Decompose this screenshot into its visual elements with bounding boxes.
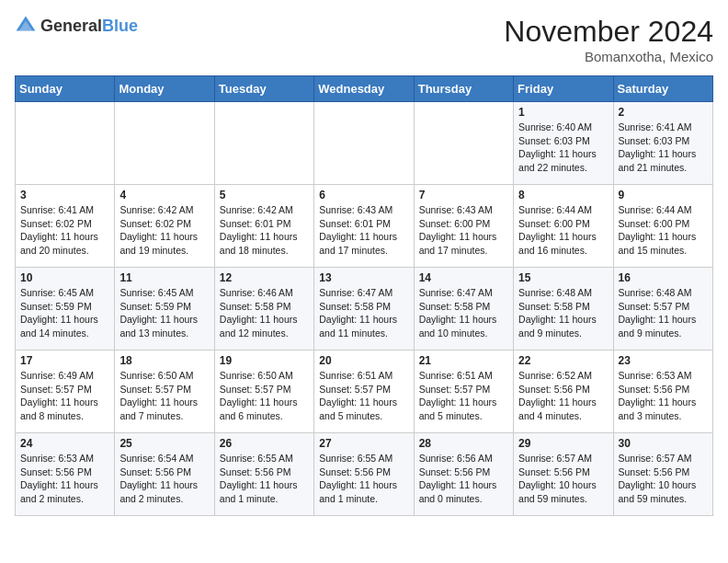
day-number: 3 (20, 189, 109, 201)
day-number: 28 (419, 437, 508, 450)
day-info: Sunrise: 6:49 AM Sunset: 5:57 PM Dayligh… (20, 369, 109, 423)
day-number: 29 (518, 437, 608, 450)
calendar-table: SundayMondayTuesdayWednesdayThursdayFrid… (15, 75, 713, 516)
calendar-cell: 26Sunrise: 6:55 AM Sunset: 5:56 PM Dayli… (214, 433, 313, 516)
day-info: Sunrise: 6:51 AM Sunset: 5:57 PM Dayligh… (319, 369, 408, 423)
calendar-cell: 21Sunrise: 6:51 AM Sunset: 5:57 PM Dayli… (414, 350, 513, 433)
month-title: November 2024 (504, 15, 713, 49)
day-info: Sunrise: 6:40 AM Sunset: 6:03 PM Dayligh… (518, 121, 608, 175)
logo-blue: Blue (102, 17, 138, 35)
day-info: Sunrise: 6:43 AM Sunset: 6:00 PM Dayligh… (419, 203, 508, 258)
day-number: 21 (419, 354, 508, 367)
day-info: Sunrise: 6:44 AM Sunset: 6:00 PM Dayligh… (518, 203, 608, 258)
weekday-header-monday: Monday (115, 76, 214, 102)
weekday-header-sunday: Sunday (16, 76, 115, 102)
calendar-cell: 13Sunrise: 6:47 AM Sunset: 5:58 PM Dayli… (314, 268, 414, 350)
page-header: GeneralBlue November 2024 Bomanxotha, Me… (15, 15, 713, 64)
day-number: 11 (119, 271, 209, 284)
day-info: Sunrise: 6:46 AM Sunset: 5:58 PM Dayligh… (220, 286, 309, 340)
calendar-cell: 5Sunrise: 6:42 AM Sunset: 6:01 PM Daylig… (214, 185, 313, 268)
day-info: Sunrise: 6:47 AM Sunset: 5:58 PM Dayligh… (419, 286, 508, 340)
day-info: Sunrise: 6:56 AM Sunset: 5:56 PM Dayligh… (419, 452, 508, 506)
day-number: 5 (220, 189, 309, 201)
calendar-cell: 3Sunrise: 6:41 AM Sunset: 6:02 PM Daylig… (16, 185, 115, 268)
week-row-1: 1Sunrise: 6:40 AM Sunset: 6:03 PM Daylig… (16, 102, 713, 185)
calendar-cell: 15Sunrise: 6:48 AM Sunset: 5:58 PM Dayli… (514, 268, 613, 350)
calendar-cell: 19Sunrise: 6:50 AM Sunset: 5:57 PM Dayli… (214, 350, 313, 433)
day-number: 14 (419, 271, 508, 284)
day-number: 9 (619, 189, 708, 201)
day-number: 23 (619, 354, 708, 367)
day-info: Sunrise: 6:45 AM Sunset: 5:59 PM Dayligh… (119, 286, 209, 340)
day-number: 8 (518, 189, 608, 201)
day-info: Sunrise: 6:44 AM Sunset: 6:00 PM Dayligh… (619, 203, 708, 258)
week-row-4: 17Sunrise: 6:49 AM Sunset: 5:57 PM Dayli… (16, 350, 713, 433)
day-number: 6 (319, 189, 408, 201)
weekday-header-wednesday: Wednesday (314, 76, 414, 102)
day-info: Sunrise: 6:53 AM Sunset: 5:56 PM Dayligh… (20, 452, 109, 506)
day-number: 22 (518, 354, 608, 367)
calendar-cell (414, 102, 513, 185)
day-number: 27 (319, 437, 408, 450)
calendar-cell: 24Sunrise: 6:53 AM Sunset: 5:56 PM Dayli… (16, 433, 115, 516)
day-info: Sunrise: 6:53 AM Sunset: 5:56 PM Dayligh… (619, 369, 708, 423)
day-number: 13 (319, 271, 408, 284)
day-number: 25 (119, 437, 209, 450)
logo: GeneralBlue (15, 15, 138, 37)
day-info: Sunrise: 6:45 AM Sunset: 5:59 PM Dayligh… (20, 286, 109, 340)
calendar-cell: 16Sunrise: 6:48 AM Sunset: 5:57 PM Dayli… (613, 268, 712, 350)
weekday-header-tuesday: Tuesday (214, 76, 313, 102)
day-info: Sunrise: 6:47 AM Sunset: 5:58 PM Dayligh… (319, 286, 408, 340)
calendar-cell: 23Sunrise: 6:53 AM Sunset: 5:56 PM Dayli… (613, 350, 712, 433)
day-info: Sunrise: 6:41 AM Sunset: 6:03 PM Dayligh… (619, 121, 708, 175)
calendar-cell: 2Sunrise: 6:41 AM Sunset: 6:03 PM Daylig… (613, 102, 712, 185)
calendar-cell: 20Sunrise: 6:51 AM Sunset: 5:57 PM Dayli… (314, 350, 414, 433)
calendar-cell: 27Sunrise: 6:55 AM Sunset: 5:56 PM Dayli… (314, 433, 414, 516)
logo-icon (15, 15, 37, 37)
calendar-cell: 17Sunrise: 6:49 AM Sunset: 5:57 PM Dayli… (16, 350, 115, 433)
calendar-cell (214, 102, 313, 185)
day-number: 15 (518, 271, 608, 284)
day-info: Sunrise: 6:41 AM Sunset: 6:02 PM Dayligh… (20, 203, 109, 258)
calendar-cell: 14Sunrise: 6:47 AM Sunset: 5:58 PM Dayli… (414, 268, 513, 350)
day-info: Sunrise: 6:50 AM Sunset: 5:57 PM Dayligh… (119, 369, 209, 423)
day-number: 17 (20, 354, 109, 367)
day-number: 4 (119, 189, 209, 201)
calendar-cell: 11Sunrise: 6:45 AM Sunset: 5:59 PM Dayli… (115, 268, 214, 350)
day-info: Sunrise: 6:48 AM Sunset: 5:58 PM Dayligh… (518, 286, 608, 340)
calendar-body: 1Sunrise: 6:40 AM Sunset: 6:03 PM Daylig… (16, 102, 713, 516)
calendar-cell: 10Sunrise: 6:45 AM Sunset: 5:59 PM Dayli… (16, 268, 115, 350)
day-info: Sunrise: 6:57 AM Sunset: 5:56 PM Dayligh… (619, 452, 708, 506)
calendar-cell: 29Sunrise: 6:57 AM Sunset: 5:56 PM Dayli… (514, 433, 613, 516)
day-info: Sunrise: 6:52 AM Sunset: 5:56 PM Dayligh… (518, 369, 608, 423)
day-number: 19 (220, 354, 309, 367)
calendar-cell: 9Sunrise: 6:44 AM Sunset: 6:00 PM Daylig… (613, 185, 712, 268)
calendar-cell: 8Sunrise: 6:44 AM Sunset: 6:00 PM Daylig… (514, 185, 613, 268)
calendar-cell: 22Sunrise: 6:52 AM Sunset: 5:56 PM Dayli… (514, 350, 613, 433)
week-row-3: 10Sunrise: 6:45 AM Sunset: 5:59 PM Dayli… (16, 268, 713, 350)
day-info: Sunrise: 6:42 AM Sunset: 6:01 PM Dayligh… (220, 203, 309, 258)
day-number: 16 (619, 271, 708, 284)
calendar-cell: 18Sunrise: 6:50 AM Sunset: 5:57 PM Dayli… (115, 350, 214, 433)
weekday-header-saturday: Saturday (613, 76, 712, 102)
calendar-cell (314, 102, 414, 185)
calendar-cell: 6Sunrise: 6:43 AM Sunset: 6:01 PM Daylig… (314, 185, 414, 268)
day-number: 18 (119, 354, 209, 367)
title-block: November 2024 Bomanxotha, Mexico (504, 15, 713, 64)
day-number: 26 (220, 437, 309, 450)
day-info: Sunrise: 6:55 AM Sunset: 5:56 PM Dayligh… (220, 452, 309, 506)
day-info: Sunrise: 6:57 AM Sunset: 5:56 PM Dayligh… (518, 452, 608, 506)
calendar-cell: 7Sunrise: 6:43 AM Sunset: 6:00 PM Daylig… (414, 185, 513, 268)
calendar-cell: 30Sunrise: 6:57 AM Sunset: 5:56 PM Dayli… (613, 433, 712, 516)
weekday-header-friday: Friday (514, 76, 613, 102)
week-row-5: 24Sunrise: 6:53 AM Sunset: 5:56 PM Dayli… (16, 433, 713, 516)
logo-general: General (40, 17, 102, 35)
day-info: Sunrise: 6:55 AM Sunset: 5:56 PM Dayligh… (319, 452, 408, 506)
calendar-cell: 1Sunrise: 6:40 AM Sunset: 6:03 PM Daylig… (514, 102, 613, 185)
calendar-cell (16, 102, 115, 185)
day-number: 7 (419, 189, 508, 201)
calendar-cell: 25Sunrise: 6:54 AM Sunset: 5:56 PM Dayli… (115, 433, 214, 516)
calendar-header: SundayMondayTuesdayWednesdayThursdayFrid… (16, 76, 713, 102)
calendar-cell: 28Sunrise: 6:56 AM Sunset: 5:56 PM Dayli… (414, 433, 513, 516)
day-number: 20 (319, 354, 408, 367)
